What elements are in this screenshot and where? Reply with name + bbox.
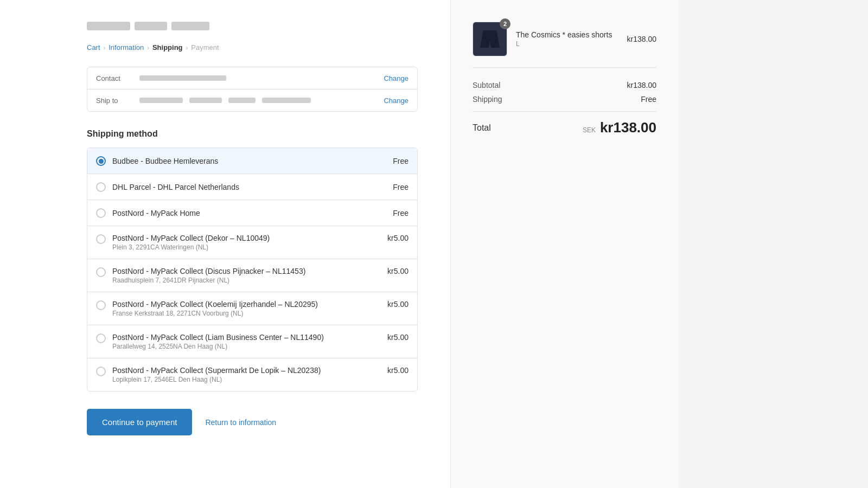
option-text-postnord-dekor: PostNord - MyPack Collect (Dekor – NL100… xyxy=(112,234,381,251)
option-name-postnord-lopik: PostNord - MyPack Collect (Supermarkt De… xyxy=(112,366,321,375)
product-name: The Cosmics * easies shorts xyxy=(516,30,618,39)
radio-dhl xyxy=(96,182,106,192)
option-name-postnord-koelemij: PostNord - MyPack Collect (Koelemij Ijze… xyxy=(112,300,318,309)
shipto-redacted-1 xyxy=(139,98,183,103)
radio-inner-budbee xyxy=(99,159,104,164)
option-price-postnord-dekor: kr5.00 xyxy=(387,234,409,242)
continue-button[interactable]: Continue to payment xyxy=(87,409,192,435)
radio-outer-postnord-dekor xyxy=(96,234,106,244)
currency-label: SEK xyxy=(583,126,596,134)
option-price-budbee: Free xyxy=(393,157,409,165)
option-name-budbee: Budbee - Budbee Hemleverans xyxy=(112,157,218,165)
option-name-dhl: DHL Parcel - DHL Parcel Netherlands xyxy=(112,183,239,191)
subtotal-value: kr138.00 xyxy=(627,81,656,89)
radio-postnord-dekor xyxy=(96,234,106,244)
breadcrumb-sep-3: › xyxy=(186,44,188,51)
shipping-value: Free xyxy=(641,95,656,104)
option-name-postnord-dekor: PostNord - MyPack Collect (Dekor – NL100… xyxy=(112,234,270,242)
option-sub-postnord-koelemij: Franse Kerkstraat 18, 2271CN Voorburg (N… xyxy=(112,310,381,317)
shipto-redacted-3 xyxy=(228,98,256,103)
option-price-postnord-lopik: kr5.00 xyxy=(387,366,409,375)
option-text-postnord-liam: PostNord - MyPack Collect (Liam Business… xyxy=(112,333,381,350)
option-text-budbee: Budbee - Budbee Hemleverans xyxy=(112,157,386,165)
grand-amount: kr138.00 xyxy=(600,119,656,136)
product-image-wrap: 2 xyxy=(473,22,507,56)
option-text-postnord-lopik: PostNord - MyPack Collect (Supermarkt De… xyxy=(112,366,381,383)
subtotal-label: Subtotal xyxy=(473,81,500,89)
shipping-option-postnord-dekor[interactable]: PostNord - MyPack Collect (Dekor – NL100… xyxy=(87,226,417,259)
shipping-option-postnord-koelemij[interactable]: PostNord - MyPack Collect (Koelemij Ijze… xyxy=(87,292,417,325)
cart-badge: 2 xyxy=(500,18,510,29)
radio-outer-budbee xyxy=(96,156,106,166)
shipping-options: Budbee - Budbee HemleveransFreeDHL Parce… xyxy=(87,147,418,391)
logo-block-2 xyxy=(135,22,167,30)
contact-label: Contact xyxy=(96,74,139,82)
right-panel: 2 The Cosmics * easies shorts L kr138.00… xyxy=(450,0,678,488)
radio-postnord-discus xyxy=(96,267,106,277)
option-price-postnord-discus: kr5.00 xyxy=(387,267,409,275)
option-text-postnord-discus: PostNord - MyPack Collect (Discus Pijnac… xyxy=(112,267,381,284)
shipping-method-title: Shipping method xyxy=(87,129,418,139)
shipping-option-postnord-home[interactable]: PostNord - MyPack HomeFree xyxy=(87,200,417,226)
option-sub-postnord-dekor: Plein 3, 2291CA Wateringen (NL) xyxy=(112,243,381,251)
radio-postnord-lopik xyxy=(96,367,106,376)
shipto-value xyxy=(139,96,384,105)
option-price-postnord-koelemij: kr5.00 xyxy=(387,300,409,309)
shipping-label: Shipping xyxy=(473,95,502,104)
contact-change[interactable]: Change xyxy=(384,74,409,82)
grand-total: Total SEK kr138.00 xyxy=(473,119,656,136)
product-variant: L xyxy=(516,40,618,48)
order-item: 2 The Cosmics * easies shorts L kr138.00 xyxy=(473,22,656,68)
option-name-postnord-liam: PostNord - MyPack Collect (Liam Business… xyxy=(112,333,324,342)
shipping-option-dhl[interactable]: DHL Parcel - DHL Parcel NetherlandsFree xyxy=(87,174,417,200)
subtotal-row: Subtotal kr138.00 xyxy=(473,81,656,89)
contact-redacted xyxy=(139,75,226,81)
actions: Continue to payment Return to informatio… xyxy=(87,409,418,435)
shipping-option-postnord-discus[interactable]: PostNord - MyPack Collect (Discus Pijnac… xyxy=(87,259,417,292)
breadcrumb-cart[interactable]: Cart xyxy=(87,43,100,52)
logo-block-3 xyxy=(171,22,209,30)
product-info: The Cosmics * easies shorts L xyxy=(516,30,618,48)
breadcrumb: Cart › Information › Shipping › Payment xyxy=(87,43,418,52)
option-name-postnord-discus: PostNord - MyPack Collect (Discus Pijnac… xyxy=(112,267,305,275)
radio-outer-postnord-koelemij xyxy=(96,300,106,310)
info-table: Contact Change Ship to Change xyxy=(87,67,418,112)
shipping-row: Shipping Free xyxy=(473,95,656,104)
return-button[interactable]: Return to information xyxy=(205,418,276,427)
shipto-label: Ship to xyxy=(96,97,139,105)
radio-outer-postnord-discus xyxy=(96,267,106,277)
option-price-postnord-home: Free xyxy=(393,209,409,217)
breadcrumb-sep-2: › xyxy=(147,44,149,51)
shipping-option-postnord-lopik[interactable]: PostNord - MyPack Collect (Supermarkt De… xyxy=(87,358,417,391)
option-text-postnord-koelemij: PostNord - MyPack Collect (Koelemij Ijze… xyxy=(112,300,381,317)
totals: Subtotal kr138.00 Shipping Free Total SE… xyxy=(473,79,656,136)
option-sub-postnord-liam: Parallelweg 14, 2525NA Den Haag (NL) xyxy=(112,343,381,350)
radio-postnord-home xyxy=(96,208,106,218)
option-sub-postnord-discus: Raadhuisplein 7, 2641DR Pijnacker (NL) xyxy=(112,277,381,284)
radio-budbee xyxy=(96,156,106,166)
breadcrumb-information[interactable]: Information xyxy=(108,43,144,52)
shipto-redacted-4 xyxy=(262,98,311,103)
shipto-row: Ship to Change xyxy=(87,89,417,111)
grand-total-right: SEK kr138.00 xyxy=(583,119,656,136)
breadcrumb-payment: Payment xyxy=(191,43,219,52)
product-price: kr138.00 xyxy=(627,35,656,43)
shipto-redacted-2 xyxy=(189,98,222,103)
logo xyxy=(87,22,418,30)
breadcrumb-shipping: Shipping xyxy=(152,43,183,52)
shipping-option-postnord-liam[interactable]: PostNord - MyPack Collect (Liam Business… xyxy=(87,325,417,358)
totals-divider xyxy=(473,111,656,112)
shipto-change[interactable]: Change xyxy=(384,97,409,105)
radio-outer-postnord-liam xyxy=(96,333,106,343)
contact-value xyxy=(139,74,384,82)
option-name-postnord-home: PostNord - MyPack Home xyxy=(112,209,200,217)
option-sub-postnord-lopik: Lopikplein 17, 2546EL Den Haag (NL) xyxy=(112,376,381,383)
breadcrumb-sep-1: › xyxy=(104,44,106,51)
logo-block-1 xyxy=(87,22,130,30)
option-text-postnord-home: PostNord - MyPack Home xyxy=(112,209,386,217)
left-panel: Cart › Information › Shipping › Payment … xyxy=(0,0,450,488)
option-text-dhl: DHL Parcel - DHL Parcel Netherlands xyxy=(112,183,386,191)
radio-outer-postnord-home xyxy=(96,208,106,218)
total-label: Total xyxy=(473,123,491,133)
shipping-option-budbee[interactable]: Budbee - Budbee HemleveransFree xyxy=(87,148,417,174)
